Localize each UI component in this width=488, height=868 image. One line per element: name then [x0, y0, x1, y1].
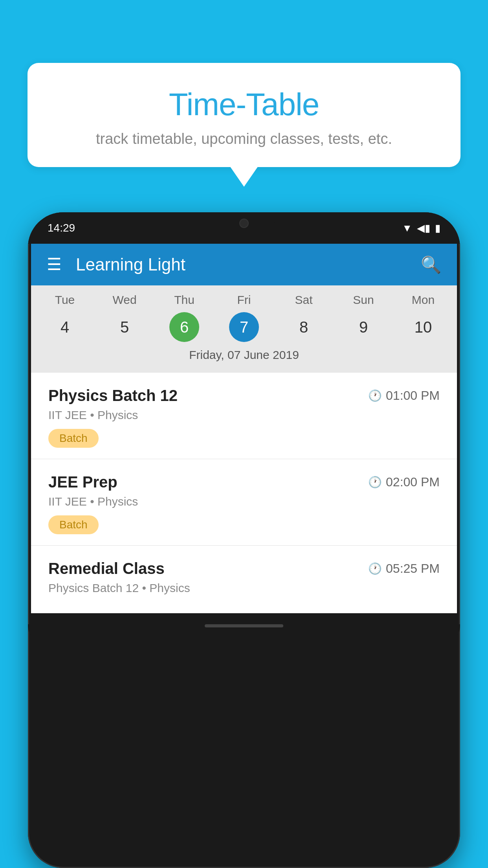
tooltip-card: Time-Table track timetable, upcoming cla…	[28, 63, 460, 167]
phone-mockup: 14:29 ▼ ◀▮ ▮ ☰ Learning Light 🔍 T	[28, 212, 460, 868]
search-icon[interactable]: 🔍	[421, 255, 441, 274]
item-time: 🕐 01:00 PM	[368, 388, 440, 403]
day-col[interactable]: Tue4	[37, 293, 92, 342]
day-col[interactable]: Sat8	[276, 293, 331, 342]
day-col[interactable]: Fri7	[216, 293, 272, 342]
clock-icon: 🕐	[368, 389, 382, 402]
item-subtitle: Physics Batch 12 • Physics	[48, 581, 440, 595]
schedule-item[interactable]: JEE Prep🕐 02:00 PMIIT JEE • PhysicsBatch	[31, 459, 457, 546]
day-number[interactable]: 6	[169, 312, 199, 342]
day-number[interactable]: 4	[50, 312, 80, 342]
item-subtitle: IIT JEE • Physics	[48, 495, 440, 508]
app-screen: ☰ Learning Light 🔍 Tue4Wed5Thu6Fri7Sat8S…	[31, 244, 457, 613]
tooltip-subtitle: track timetable, upcoming classes, tests…	[47, 131, 441, 147]
batch-tag: Batch	[48, 429, 99, 448]
days-row: Tue4Wed5Thu6Fri7Sat8Sun9Mon10	[31, 293, 457, 342]
day-col[interactable]: Wed5	[97, 293, 152, 342]
battery-icon: ▮	[435, 222, 440, 234]
status-bar: 14:29 ▼ ◀▮ ▮	[28, 212, 460, 244]
item-time: 🕐 05:25 PM	[368, 561, 440, 576]
notch	[213, 212, 275, 234]
wifi-icon: ▼	[402, 222, 412, 234]
schedule-item[interactable]: Remedial Class🕐 05:25 PMPhysics Batch 12…	[31, 546, 457, 613]
day-number[interactable]: 9	[349, 312, 378, 342]
day-name: Sun	[353, 293, 374, 307]
item-title: JEE Prep	[48, 473, 117, 491]
day-name: Tue	[55, 293, 75, 307]
item-title: Physics Batch 12	[48, 387, 178, 405]
item-header: Physics Batch 12🕐 01:00 PM	[48, 387, 440, 405]
day-col[interactable]: Thu6	[157, 293, 212, 342]
item-header: JEE Prep🕐 02:00 PM	[48, 473, 440, 491]
item-subtitle: IIT JEE • Physics	[48, 408, 440, 422]
calendar-strip: Tue4Wed5Thu6Fri7Sat8Sun9Mon10 Friday, 07…	[31, 285, 457, 373]
schedule-list: Physics Batch 12🕐 01:00 PMIIT JEE • Phys…	[31, 373, 457, 613]
day-name: Thu	[174, 293, 194, 307]
day-number[interactable]: 10	[408, 312, 438, 342]
signal-icon: ◀▮	[417, 222, 430, 234]
app-title: Learning Light	[76, 255, 421, 274]
selected-date-label: Friday, 07 June 2019	[31, 342, 457, 369]
status-time: 14:29	[48, 222, 75, 234]
day-name: Sat	[295, 293, 312, 307]
item-title: Remedial Class	[48, 560, 165, 577]
home-bar	[205, 624, 283, 627]
status-icons: ▼ ◀▮ ▮	[402, 222, 440, 234]
day-name: Mon	[412, 293, 435, 307]
day-name: Wed	[112, 293, 136, 307]
day-number[interactable]: 8	[289, 312, 319, 342]
front-camera	[239, 219, 249, 228]
day-col[interactable]: Mon10	[396, 293, 451, 342]
day-col[interactable]: Sun9	[336, 293, 391, 342]
app-toolbar: ☰ Learning Light 🔍	[31, 244, 457, 285]
hamburger-icon[interactable]: ☰	[47, 256, 62, 273]
item-header: Remedial Class🕐 05:25 PM	[48, 560, 440, 577]
batch-tag: Batch	[48, 515, 99, 534]
phone-bottom-bar	[28, 624, 460, 652]
clock-icon: 🕐	[368, 476, 382, 489]
tooltip-title: Time-Table	[47, 86, 441, 123]
day-number[interactable]: 7	[229, 312, 259, 342]
day-number[interactable]: 5	[110, 312, 139, 342]
day-name: Fri	[237, 293, 251, 307]
clock-icon: 🕐	[368, 562, 382, 575]
item-time: 🕐 02:00 PM	[368, 475, 440, 489]
schedule-item[interactable]: Physics Batch 12🕐 01:00 PMIIT JEE • Phys…	[31, 373, 457, 459]
phone-body: 14:29 ▼ ◀▮ ▮ ☰ Learning Light 🔍 T	[28, 212, 460, 868]
